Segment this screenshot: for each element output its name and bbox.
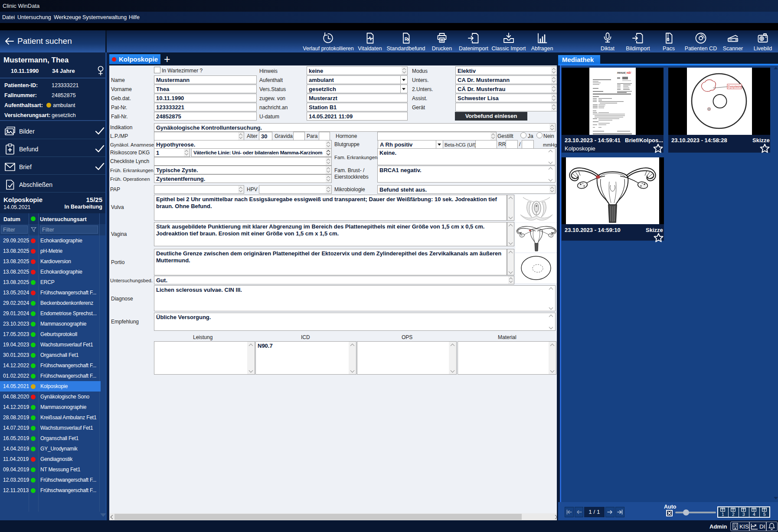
svg-text:Dysplasie: Dysplasie bbox=[728, 85, 742, 88]
svg-text:nexus: nexus bbox=[617, 71, 625, 74]
svg-text:e&i: e&i bbox=[627, 71, 631, 74]
svg-text:R: R bbox=[405, 37, 408, 42]
svg-text:|: | bbox=[625, 71, 626, 75]
